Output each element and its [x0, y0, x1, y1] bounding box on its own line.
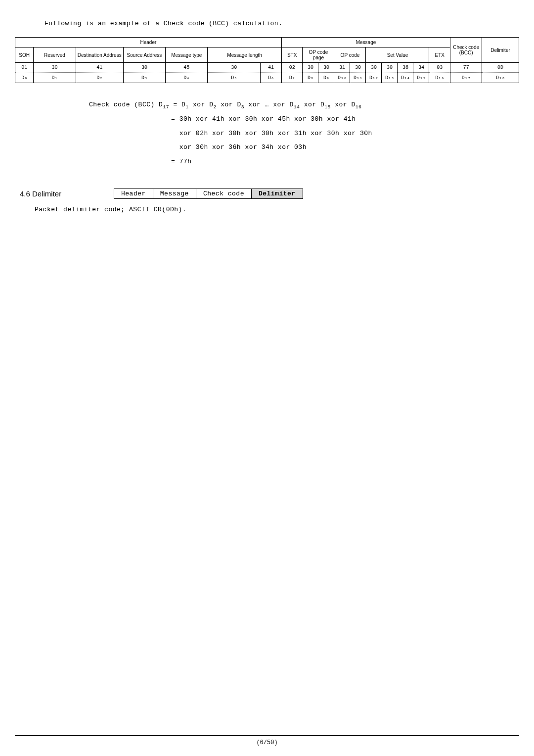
sub-mlen: Message length	[208, 47, 281, 63]
cell: D₇	[281, 73, 303, 83]
section-title: 4.6 Delimiter	[20, 189, 114, 198]
cell: D₁₁	[350, 73, 366, 83]
col-message: Message	[281, 38, 450, 47]
cell: D₁₄	[398, 73, 413, 83]
sub-soh: SOH	[15, 47, 34, 63]
cell: 30	[366, 63, 382, 73]
sub-opcp: OP code page	[303, 47, 334, 63]
sub-stx: STX	[281, 47, 303, 63]
calc-line-2: = 30h xor 41h xor 30h xor 45h xor 30h xo…	[89, 112, 519, 127]
cell: 36	[398, 63, 413, 73]
calc-line-3: xor 02h xor 30h xor 30h xor 31h xor 30h …	[89, 127, 519, 141]
sub-setv: Set Value	[366, 47, 429, 63]
cell: 30	[34, 63, 76, 73]
col-header: Header	[15, 38, 282, 47]
cell: 0D	[482, 63, 519, 73]
cell: 30	[303, 63, 318, 73]
section-box-message: Message	[153, 189, 196, 198]
cell: D₁₅	[413, 73, 429, 83]
col-delim: Delimiter	[482, 38, 519, 63]
section-box-delimiter: Delimiter	[252, 189, 303, 198]
cell: D₀	[15, 73, 34, 83]
calc-line-5: = 77h	[89, 155, 519, 169]
cell: 41	[76, 63, 123, 73]
footer-page-number: (6/50)	[15, 739, 519, 746]
sub-opc: OP code	[334, 47, 366, 63]
sub-reserved: Reserved	[34, 47, 76, 63]
cell: D₁₆	[429, 73, 450, 83]
calculation-block: Check code (BCC) D17 = D1 xor D2 xor D3 …	[89, 98, 519, 169]
cell: 30	[123, 63, 165, 73]
sub-dest: Destination Address	[76, 47, 123, 63]
cell: 03	[429, 63, 450, 73]
cell: D₉	[318, 73, 334, 83]
footer-divider	[15, 735, 519, 736]
cell: 30	[318, 63, 334, 73]
cell: 02	[281, 63, 303, 73]
cell: D₁₈	[482, 73, 519, 83]
cell: D₁₃	[382, 73, 398, 83]
calc-line-4: xor 30h xor 36h xor 34h xor 03h	[89, 141, 519, 155]
cell: 01	[15, 63, 34, 73]
cell: D₁₂	[366, 73, 382, 83]
cell: 31	[334, 63, 350, 73]
cell: 41	[261, 63, 282, 73]
sub-src: Source Address	[123, 47, 165, 63]
cell: D₈	[303, 73, 318, 83]
sub-mtype: Message type	[166, 47, 208, 63]
description-text: Packet delimiter code; ASCII CR(0Dh).	[35, 206, 519, 213]
cell: D₆	[261, 73, 282, 83]
cell: 30	[350, 63, 366, 73]
cell: 30	[208, 63, 261, 73]
footer: (6/50)	[15, 735, 519, 746]
cell: D₃	[123, 73, 165, 83]
cell: D₁	[34, 73, 76, 83]
cell: 34	[413, 63, 429, 73]
calculation-table: Header Message Check code (BCC) Delimite…	[15, 37, 519, 83]
cell: 77	[450, 63, 482, 73]
cell: 45	[166, 63, 208, 73]
sub-etx: ETX	[429, 47, 450, 63]
section-box-check: Check code	[196, 189, 252, 198]
section-row: 4.6 Delimiter Header Message Check code …	[20, 189, 519, 199]
cell: 30	[382, 63, 398, 73]
intro-text: Following is an example of a Check code …	[44, 20, 519, 27]
calc-line-1: Check code (BCC) D17 = D1 xor D2 xor D3 …	[89, 98, 519, 112]
section-box-header: Header	[114, 189, 153, 198]
cell: D₅	[208, 73, 261, 83]
cell: D₁₀	[334, 73, 350, 83]
cell: D₂	[76, 73, 123, 83]
col-check: Check code (BCC)	[450, 38, 482, 63]
cell: D₁₇	[450, 73, 482, 83]
section-boxes: Header Message Check code Delimiter	[114, 189, 303, 199]
cell: D₄	[166, 73, 208, 83]
